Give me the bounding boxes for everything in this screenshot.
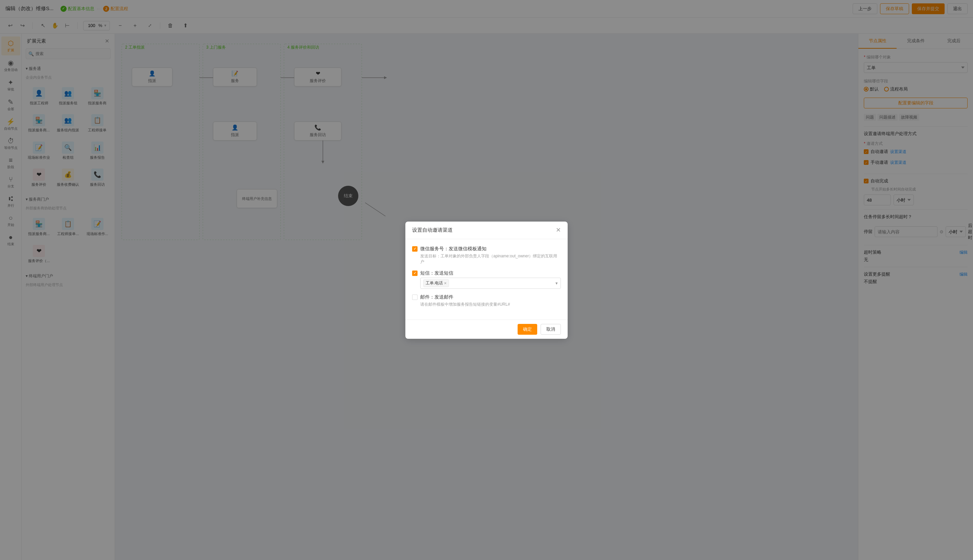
dialog-body: 微信服务号：发送微信模板通知 发送目标：工单对象的外部负责人字段（apiname… [405, 239, 568, 320]
channel-sms-checkbox[interactable] [412, 270, 418, 276]
channel-sms-tag-text: 工单.电话 [426, 280, 443, 286]
channel-sms-tag: 工单.电话 ✕ [423, 279, 449, 287]
channel-email-checkbox[interactable] [412, 295, 418, 300]
channel-email: 邮件：发送邮件 请在邮件模板中增加服务报告短链接的变量#URL# [412, 294, 561, 307]
dialog-footer: 确定 取消 [405, 320, 568, 339]
channel-wechat-desc: 发送目标：工单对象的外部负责人字段（apiname:out_owner）绑定的互… [420, 253, 561, 265]
channel-sms-arrow: ▾ [555, 281, 558, 286]
channel-wechat-label: 微信服务号：发送微信模板通知 [420, 246, 486, 252]
dialog-title: 设置自动邀请渠道 [412, 227, 453, 233]
channel-sms-label: 短信：发送短信 [420, 270, 453, 276]
channel-sms-select-box[interactable]: 工单.电话 ✕ ▾ [420, 278, 561, 289]
channel-sms-select-wrap: 工单.电话 ✕ ▾ [420, 278, 561, 289]
dialog-close-button[interactable]: ✕ [556, 227, 561, 233]
channel-wechat-header: 微信服务号：发送微信模板通知 [412, 246, 561, 252]
channel-sms: 短信：发送短信 工单.电话 ✕ ▾ [412, 270, 561, 289]
channel-wechat-checkbox[interactable] [412, 246, 418, 252]
channel-email-desc: 请在邮件模板中增加服务报告短链接的变量#URL# [420, 302, 561, 307]
dialog-overlay[interactable]: 设置自动邀请渠道 ✕ 微信服务号：发送微信模板通知 发送目标：工单对象的外部负责… [0, 0, 973, 560]
dialog-cancel-button[interactable]: 取消 [541, 324, 561, 335]
channel-email-label: 邮件：发送邮件 [420, 294, 453, 300]
channel-sms-tag-close[interactable]: ✕ [444, 282, 446, 285]
channel-sms-header: 短信：发送短信 [412, 270, 561, 276]
dialog-header: 设置自动邀请渠道 ✕ [405, 222, 568, 239]
channel-email-header: 邮件：发送邮件 [412, 294, 561, 300]
channel-wechat: 微信服务号：发送微信模板通知 发送目标：工单对象的外部负责人字段（apiname… [412, 246, 561, 265]
dialog-confirm-button[interactable]: 确定 [518, 324, 537, 335]
dialog: 设置自动邀请渠道 ✕ 微信服务号：发送微信模板通知 发送目标：工单对象的外部负责… [405, 222, 568, 339]
